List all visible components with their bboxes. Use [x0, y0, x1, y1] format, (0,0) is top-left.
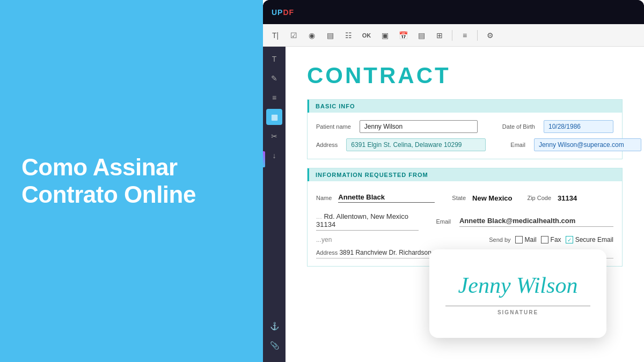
radio-tool-icon[interactable]: ◉	[305, 28, 319, 42]
checkbox-tool-icon[interactable]: ☑	[287, 28, 301, 42]
email-label: Email	[510, 142, 525, 148]
secure-email-checkbox[interactable]: ✓	[566, 236, 573, 243]
app-logo: UPDF	[272, 8, 294, 17]
partial-address: ... Rd. Allentown, New Mexico 31134	[316, 212, 419, 231]
sidebar-icon-forms[interactable]: ▦	[266, 109, 282, 125]
sidebar-icon-attach[interactable]: 📎	[266, 337, 282, 353]
address-label: Address	[316, 142, 338, 148]
mail-checkbox[interactable]	[515, 236, 523, 243]
layout-tool-icon[interactable]: ⊞	[433, 28, 447, 42]
basic-info-section: BASIC INFO Patient name Jenny Wilson Dat…	[307, 99, 623, 159]
align-tool-icon[interactable]: ≡	[458, 28, 472, 42]
sidebar-icon-edit[interactable]: ✎	[266, 70, 282, 86]
secure-email-checkbox-item[interactable]: ✓ Secure Email	[566, 236, 613, 243]
sidebar-accent	[263, 151, 265, 167]
settings-tool-icon[interactable]: ⚙	[483, 28, 497, 42]
toolbar-divider-2	[477, 30, 478, 41]
sidebar-icon-list[interactable]: ≡	[266, 90, 282, 106]
toolbar-divider-1	[452, 30, 452, 41]
dob-input[interactable]: 10/28/1986	[544, 120, 613, 133]
address-input[interactable]: 6391 Elgin St. Celina, Delaware 10299	[346, 138, 486, 151]
address-email-row: ... Rd. Allentown, New Mexico 31134 Emai…	[316, 212, 613, 231]
req-email-value: Annette Black@medicalhealth.com	[459, 217, 613, 227]
basic-info-header: BASIC INFO	[308, 100, 622, 113]
list-tool-icon[interactable]: ▤	[323, 28, 337, 42]
left-panel: Como Assinar Contrato Online	[0, 0, 263, 362]
app-sidebar: T ✎ ≡ ▦ ✂ ↓ ⚓ 📎	[263, 47, 286, 362]
requestor-name-field[interactable]: Annette Black	[338, 193, 435, 203]
zipcode-label: Zip Code	[527, 195, 551, 201]
dob-label: Date of Birth	[502, 123, 535, 130]
title-bar: UPDF	[263, 0, 644, 24]
req-email-label: Email	[436, 218, 451, 225]
info-requested-header: INFORMATION REQUESTED FROM	[308, 168, 622, 181]
signature-line	[445, 306, 590, 306]
mail-checkbox-item[interactable]: Mail	[515, 236, 537, 243]
signature-text: Jenny Wilson	[458, 272, 578, 298]
name-label: Name	[316, 195, 332, 201]
sidebar-icon-download[interactable]: ↓	[266, 147, 282, 164]
fax-label: Fax	[551, 236, 561, 243]
grid-tool-icon[interactable]: ☷	[341, 28, 355, 42]
patient-name-input[interactable]: Jenny Wilson	[360, 120, 478, 133]
hero-text: Como Assinar Contrato Online	[21, 154, 196, 208]
send-by-row: ...yen Send by Mail Fax ✓	[316, 236, 613, 243]
text-tool-icon[interactable]: T|	[268, 28, 282, 42]
sidebar-bottom: ⚓ 📎	[266, 318, 282, 358]
patient-name-row: Patient name Jenny Wilson Date of Birth …	[316, 120, 613, 133]
signature-label: SIGNATURE	[497, 309, 538, 315]
address-row: Address 6391 Elgin St. Celina, Delaware …	[316, 138, 613, 151]
send-by-label: Send by	[489, 237, 510, 243]
contract-title: CONTRACT	[307, 63, 623, 88]
sidebar-icon-cloud[interactable]: ✂	[266, 128, 282, 144]
calendar-tool-icon[interactable]: 📅	[396, 28, 410, 42]
sidebar-icon-text[interactable]: T	[266, 51, 282, 67]
name-state-zip-row: Name Annette Black State New Mexico Zip …	[316, 189, 613, 207]
state-label: State	[452, 195, 466, 201]
fax-checkbox-item[interactable]: Fax	[541, 236, 561, 243]
app-window: UPDF T| ☑ ◉ ▤ ☷ OK ▣ 📅 ▤ ⊞ ≡ ⚙ T ✎ ≡ ▦ ✂…	[263, 0, 644, 362]
zipcode-value: 31134	[558, 194, 577, 202]
basic-info-rows: Patient name Jenny Wilson Date of Birth …	[308, 113, 622, 159]
email-input[interactable]: Jenny Wilson@superace.com	[534, 138, 641, 151]
toolbar: T| ☑ ◉ ▤ ☷ OK ▣ 📅 ▤ ⊞ ≡ ⚙	[263, 24, 644, 47]
patient-name-label: Patient name	[316, 123, 351, 130]
form-tool-icon[interactable]: ▤	[414, 28, 428, 42]
mail-label: Mail	[525, 236, 537, 243]
secure-email-label: Secure Email	[575, 236, 613, 243]
send-by-filler: ...yen	[316, 236, 485, 243]
sidebar-icon-bookmark[interactable]: ⚓	[266, 318, 282, 334]
fax-checkbox[interactable]	[541, 236, 548, 243]
state-value: New Mexico	[472, 194, 512, 202]
signature-card: Jenny Wilson SIGNATURE	[429, 249, 606, 338]
image-tool-icon[interactable]: ▣	[378, 28, 392, 42]
ok-tool-icon[interactable]: OK	[360, 28, 374, 42]
